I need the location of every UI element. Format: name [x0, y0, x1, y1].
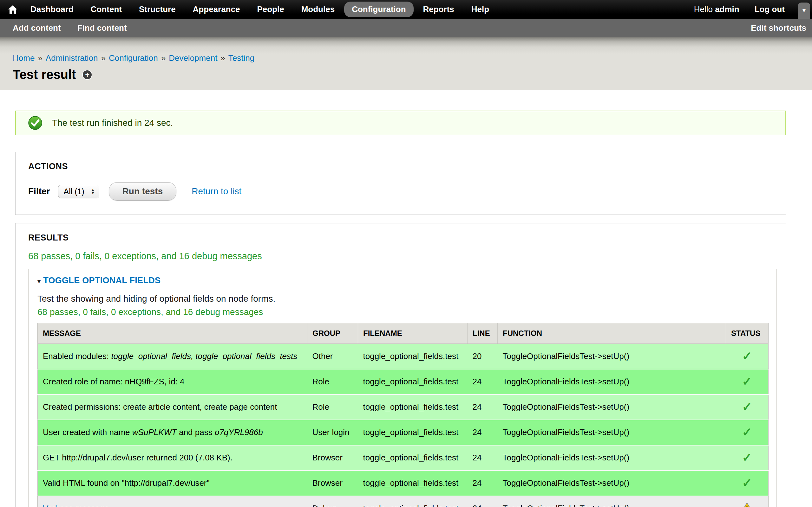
run-tests-button[interactable]: Run tests [109, 182, 177, 201]
return-to-list-link[interactable]: Return to list [192, 186, 241, 196]
table-row: Created permissions: create article cont… [38, 395, 768, 420]
group-summary: 68 passes, 0 fails, 0 exceptions, and 16… [38, 307, 768, 317]
filter-label: Filter [28, 186, 50, 196]
line-cell: 24 [467, 470, 498, 496]
table-row: Verbose messageDebugtoggle_optional_fiel… [38, 496, 768, 507]
status-message: The test run finished in 24 sec. [15, 111, 786, 135]
message-cell: Enabled modules: toggle_optional_fields,… [38, 344, 307, 369]
menu-item-reports[interactable]: Reports [415, 2, 462, 17]
column-header-filename: FILENAME [358, 323, 467, 344]
logout-link[interactable]: Log out [755, 4, 785, 14]
actions-heading: ACTIONS [28, 162, 773, 171]
menu-item-appearance[interactable]: Appearance [185, 2, 248, 17]
menu-item-content[interactable]: Content [83, 2, 130, 17]
column-header-function: FUNCTION [498, 323, 726, 344]
menu-item-help[interactable]: Help [464, 2, 497, 17]
function-cell: ToggleOptionalFieldsTest->setUp() [498, 344, 726, 369]
column-header-line: LINE [467, 323, 498, 344]
filename-cell: toggle_optional_fields.test [358, 420, 467, 445]
line-cell: 24 [467, 496, 498, 507]
filename-cell: toggle_optional_fields.test [358, 496, 467, 507]
verbose-message-link[interactable]: Verbose message [43, 504, 109, 507]
breadcrumb-link-testing[interactable]: Testing [229, 53, 254, 63]
status-cell: ✓ [726, 369, 768, 395]
main-content: The test run finished in 24 sec. ACTIONS… [0, 111, 812, 507]
select-arrows-icon: ▲▼ [91, 188, 95, 194]
function-cell: ToggleOptionalFieldsTest->setUp() [498, 496, 726, 507]
home-button[interactable] [4, 3, 21, 16]
warning-icon [741, 502, 753, 507]
filter-select-value: All (1) [63, 187, 84, 196]
breadcrumb: Home»Administration»Configuration»Develo… [13, 53, 812, 63]
function-cell: ToggleOptionalFieldsTest->setUp() [498, 395, 726, 420]
pass-check-icon: ✓ [742, 426, 752, 439]
status-cell: ✓ [726, 420, 768, 445]
table-row: Enabled modules: toggle_optional_fields,… [38, 344, 768, 369]
results-table: MESSAGEGROUPFILENAMELINEFUNCTIONSTATUS E… [38, 323, 768, 507]
edit-shortcuts-link[interactable]: Edit shortcuts [751, 23, 806, 33]
shortcut-bar: Add contentFind content Edit shortcuts [0, 19, 812, 38]
filter-select[interactable]: All (1) ▲▼ [58, 185, 99, 199]
menu-item-dashboard[interactable]: Dashboard [23, 2, 81, 17]
group-cell: Role [307, 369, 358, 395]
toolbar-toggle-button[interactable]: ▼ [798, 3, 810, 19]
function-cell: ToggleOptionalFieldsTest->setUp() [498, 470, 726, 496]
group-cell: Browser [307, 445, 358, 470]
breadcrumb-separator: » [38, 53, 42, 63]
username: admin [715, 4, 740, 14]
table-row: GET http://drupal7.dev/user returned 200… [38, 445, 768, 470]
status-cell: ✓ [726, 470, 768, 496]
group-cell: User login [307, 420, 358, 445]
menu-item-people[interactable]: People [249, 2, 292, 17]
message-cell: Verbose message [38, 496, 307, 507]
home-icon [8, 5, 17, 14]
shortcut-items: Add contentFind content [13, 23, 127, 33]
admin-toolbar: DashboardContentStructureAppearancePeopl… [0, 0, 812, 19]
line-cell: 20 [467, 344, 498, 369]
breadcrumb-link-administration[interactable]: Administration [46, 53, 98, 63]
breadcrumb-separator: » [101, 53, 106, 63]
function-cell: ToggleOptionalFieldsTest->setUp() [498, 445, 726, 470]
filename-cell: toggle_optional_fields.test [358, 445, 467, 470]
results-heading: RESULTS [28, 233, 777, 243]
menu-item-configuration[interactable]: Configuration [344, 2, 413, 17]
pass-check-icon: ✓ [742, 375, 752, 388]
add-shortcut-icon[interactable]: + [83, 70, 92, 79]
message-cell: Valid HTML found on "http://drupal7.dev/… [38, 470, 307, 496]
greeting-text: Hello admin [694, 4, 740, 14]
collapse-twisty-icon: ▾ [38, 278, 41, 285]
page-title: Test result [13, 67, 76, 82]
shortcut-add-content[interactable]: Add content [13, 23, 61, 33]
column-header-message: MESSAGE [38, 323, 307, 344]
status-cell [726, 496, 768, 507]
table-row: Valid HTML found on "http://drupal7.dev/… [38, 470, 768, 496]
group-cell: Debug [307, 496, 358, 507]
breadcrumb-link-configuration[interactable]: Configuration [109, 53, 158, 63]
breadcrumb-link-development[interactable]: Development [169, 53, 217, 63]
toolbar-right: Hello admin Log out [694, 4, 809, 14]
shortcut-find-content[interactable]: Find content [78, 23, 127, 33]
filename-cell: toggle_optional_fields.test [358, 470, 467, 496]
breadcrumb-separator: » [220, 53, 225, 63]
page-header: Home»Administration»Configuration»Develo… [0, 38, 812, 90]
message-cell: GET http://drupal7.dev/user returned 200… [38, 445, 307, 470]
breadcrumb-link-home[interactable]: Home [13, 53, 35, 63]
function-cell: ToggleOptionalFieldsTest->setUp() [498, 420, 726, 445]
line-cell: 24 [467, 420, 498, 445]
table-row: User created with name wSuPLKWT and pass… [38, 420, 768, 445]
menu-item-modules[interactable]: Modules [294, 2, 342, 17]
line-cell: 24 [467, 395, 498, 420]
breadcrumb-separator: » [161, 53, 165, 63]
pass-check-icon: ✓ [742, 451, 752, 464]
menu-item-structure[interactable]: Structure [131, 2, 183, 17]
pass-check-icon: ✓ [742, 476, 752, 490]
message-cell: Created permissions: create article cont… [38, 395, 307, 420]
line-cell: 24 [467, 369, 498, 395]
message-cell: Created role of name: nHQ9fFZS, id: 4 [38, 369, 307, 395]
group-toggle-link[interactable]: ▾ TOGGLE OPTIONAL FIELDS [38, 276, 160, 285]
column-header-status: STATUS [726, 323, 768, 344]
group-cell: Other [307, 344, 358, 369]
status-cell: ✓ [726, 344, 768, 369]
table-header-row: MESSAGEGROUPFILENAMELINEFUNCTIONSTATUS [38, 323, 768, 344]
line-cell: 24 [467, 445, 498, 470]
